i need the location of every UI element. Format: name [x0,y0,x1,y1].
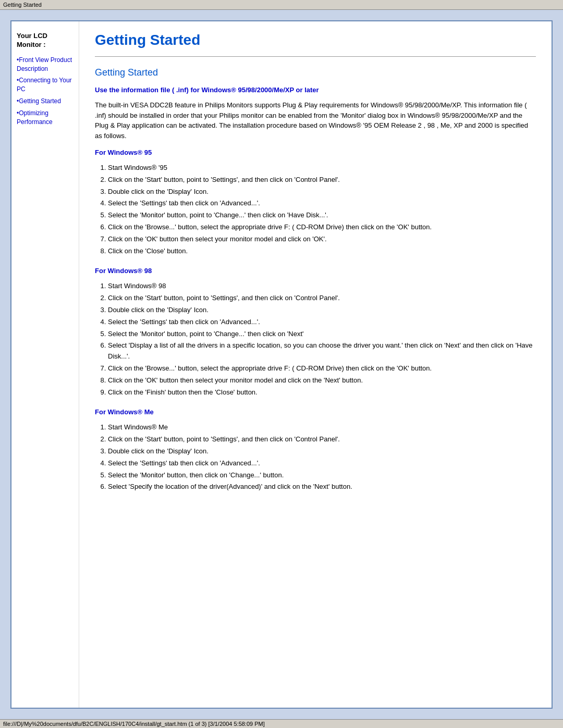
list-item: Select 'Display a list of all the driver… [108,340,536,362]
list-item: Click on the 'Finish' button then the 'C… [108,387,536,398]
list-item: Start Windows® '95 [108,163,536,174]
windows95-heading: For Windows® 95 [95,149,536,156]
section-title: Getting Started [95,67,536,78]
nav-group-getting-started: •Getting Started [17,97,74,106]
list-item: Click on the 'OK' button then select you… [108,375,536,386]
nav-group-front-view: •Front View Product Description [17,56,74,73]
list-item: Double click on the 'Display' Icon. [108,187,536,198]
nav-group-optimizing: •Optimizing Performance [17,109,74,127]
content-frame: Your LCD Monitor : •Front View Product D… [10,20,553,709]
windowsme-heading: For Windows® Me [95,408,536,416]
list-item: Select the 'Settings' tab then click on … [108,458,536,469]
list-item: Click on the 'OK' button then select you… [108,234,536,245]
list-item: Double click on the 'Display' Icon. [108,446,536,457]
list-item: Start Windows® 98 [108,281,536,292]
list-item: Double click on the 'Display' Icon. [108,305,536,316]
list-item: Click on the 'Start' button, point to 'S… [108,293,536,304]
sidebar-item-front-view[interactable]: •Front View Product Description [17,56,74,73]
list-item: Select the 'Monitor' button, point to 'C… [108,329,536,340]
sidebar-item-optimizing[interactable]: •Optimizing Performance [17,109,74,127]
list-item: Click on the 'Start' button, point to 'S… [108,434,536,445]
list-item: Select the 'Monitor' button, point to 'C… [108,210,536,221]
list-item: Select 'Specify the location of the driv… [108,482,536,492]
list-item: Select the 'Settings' tab then click on … [108,317,536,328]
sidebar-item-getting-started[interactable]: •Getting Started [17,97,74,106]
windowsme-section: For Windows® Me Start Windows® Me Click … [95,408,536,492]
list-item: Click on the 'Start' button, point to 'S… [108,175,536,186]
nav-group-connecting: •Connecting to Your PC [17,76,74,94]
windows98-heading: For Windows® 98 [95,267,536,275]
windowsme-steps: Start Windows® Me Click on the 'Start' b… [108,422,536,492]
windows95-section: For Windows® 95 Start Windows® '95 Click… [95,149,536,256]
sidebar-title: Your LCD Monitor : [17,32,74,50]
sidebar-item-connecting[interactable]: •Connecting to Your PC [17,76,74,94]
page-title: Getting Started [95,32,536,48]
divider [95,56,536,57]
windows98-section: For Windows® 98 Start Windows® 98 Click … [95,267,536,398]
list-item: Click on the 'Browse...' button, select … [108,363,536,374]
list-item: Start Windows® Me [108,422,536,433]
status-bar: file:///D|/My%20documents/dfu/B2C/ENGLIS… [0,719,563,728]
list-item: Select the 'Settings' tab then click on … [108,198,536,209]
title-bar-text: Getting Started [3,2,42,8]
title-bar: Getting Started [0,0,563,10]
list-item: Select the 'Monitor' button, then click … [108,470,536,481]
main-content: Getting Started Getting Started Use the … [79,21,552,708]
main-container: Your LCD Monitor : •Front View Product D… [0,10,563,719]
intro-paragraph: The built-in VESA DDC2B feature in Phili… [95,100,536,141]
status-bar-text: file:///D|/My%20documents/dfu/B2C/ENGLIS… [3,721,265,727]
sidebar: Your LCD Monitor : •Front View Product D… [11,21,79,708]
windows98-steps: Start Windows® 98 Click on the 'Start' b… [108,281,536,398]
list-item: Click on the 'Browse...' button, select … [108,222,536,233]
windows95-steps: Start Windows® '95 Click on the 'Start' … [108,163,536,256]
list-item: Click on the 'Close' button. [108,246,536,257]
subsection-title: Use the information file ( .inf) for Win… [95,86,536,94]
